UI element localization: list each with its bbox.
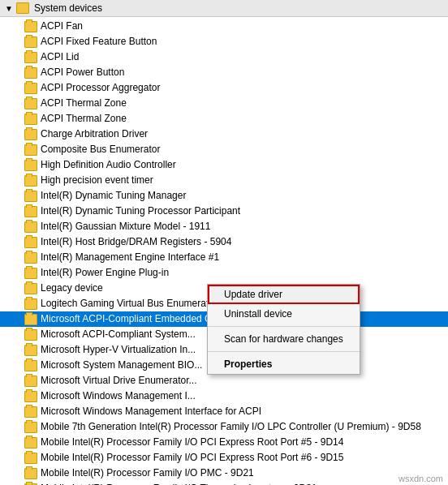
- device-manager-tree: ▼ System devices ACPI FanACPI Fixed Feat…: [0, 0, 448, 485]
- header-expand-icon[interactable]: ▼: [5, 4, 13, 13]
- context-menu-separator: [208, 326, 360, 327]
- device-icon: [24, 406, 37, 418]
- device-label: Intel(R) Dynamic Tuning Manager: [41, 189, 186, 203]
- tree-item[interactable]: High Definition Audio Controller: [0, 157, 448, 173]
- tree-item[interactable]: Microsoft Windows Management I...: [0, 388, 448, 404]
- device-icon: [24, 83, 37, 94]
- device-label: Microsoft System Management BIO...: [41, 358, 202, 372]
- tree-item[interactable]: Composite Bus Enumerator: [0, 142, 448, 157]
- device-label: ACPI Power Button: [41, 66, 124, 79]
- device-icon: [24, 345, 37, 356]
- context-menu-separator: [208, 351, 360, 352]
- header-folder-icon: [16, 2, 29, 14]
- tree-item[interactable]: Mobile Intel(R) Processor Family I/O PMC…: [0, 466, 448, 481]
- device-icon: [24, 206, 37, 217]
- tree-item[interactable]: ACPI Thermal Zone: [0, 111, 448, 127]
- device-icon: [24, 437, 37, 449]
- tree-item[interactable]: Mobile Intel(R) Processor Family I/O PCI…: [0, 435, 448, 450]
- tree-item[interactable]: High precision event timer: [0, 173, 448, 188]
- tree-item[interactable]: Intel(R) Host Bridge/DRAM Registers - 59…: [0, 234, 448, 250]
- device-label: Microsoft ACPI-Compliant System...: [41, 328, 196, 341]
- device-icon: [24, 221, 37, 233]
- device-icon: [24, 21, 37, 32]
- device-icon: [24, 36, 37, 48]
- device-label: ACPI Thermal Zone: [41, 97, 127, 110]
- tree-item[interactable]: Mobile Intel(R) Processor Family I/O The…: [0, 481, 448, 485]
- device-icon: [24, 175, 37, 187]
- tree-item[interactable]: Intel(R) Power Engine Plug-in: [0, 265, 448, 281]
- tree-item[interactable]: Intel(R) Management Engine Interface #1: [0, 250, 448, 265]
- tree-header: ▼ System devices: [0, 0, 448, 17]
- device-label: Intel(R) Host Bridge/DRAM Registers - 59…: [41, 235, 231, 249]
- device-icon: [24, 468, 37, 479]
- device-label: Mobile Intel(R) Processor Family I/O PMC…: [41, 466, 254, 480]
- device-label: Intel(R) Power Engine Plug-in: [41, 266, 169, 280]
- device-label: Microsoft Windows Management Interface f…: [41, 405, 261, 418]
- watermark: wsxdn.com: [398, 474, 443, 483]
- device-label: Mobile Intel(R) Processor Family I/O PCI…: [41, 436, 343, 449]
- device-label: Mobile Intel(R) Processor Family I/O PCI…: [41, 451, 343, 465]
- device-label: ACPI Fan: [41, 19, 83, 33]
- context-menu: Update driverUninstall deviceScan for ha…: [207, 284, 360, 375]
- device-icon: [24, 98, 37, 109]
- device-icon: [24, 391, 37, 402]
- tree-item[interactable]: ACPI Thermal Zone: [0, 96, 448, 111]
- context-menu-item-properties[interactable]: Properties: [208, 354, 360, 374]
- device-label: Intel(R) Gaussian Mixture Model - 1911: [41, 220, 210, 234]
- tree-item[interactable]: ACPI Power Button: [0, 65, 448, 80]
- tree-item[interactable]: ACPI Processor Aggregator: [0, 80, 448, 96]
- context-menu-item-uninstall-device[interactable]: Uninstall device: [208, 304, 360, 324]
- device-icon: [24, 114, 37, 125]
- device-icon: [24, 376, 37, 387]
- device-icon: [24, 67, 37, 79]
- context-menu-item-scan-for-hardware-changes[interactable]: Scan for hardware changes: [208, 329, 360, 349]
- device-label: Mobile Intel(R) Processor Family I/O The…: [41, 482, 317, 485]
- device-icon: [24, 191, 37, 202]
- device-label: Microsoft Hyper-V Virtualization In...: [41, 343, 196, 357]
- device-icon: [24, 422, 37, 433]
- context-menu-item-update-driver[interactable]: Update driver: [208, 285, 360, 304]
- device-icon: [24, 298, 37, 310]
- device-label: Microsoft Windows Management I...: [41, 389, 196, 403]
- tree-item[interactable]: Intel(R) Dynamic Tuning Processor Partic…: [0, 204, 448, 219]
- tree-item[interactable]: ACPI Fixed Feature Button: [0, 34, 448, 49]
- device-label: Intel(R) Dynamic Tuning Processor Partic…: [41, 204, 240, 218]
- device-icon: [24, 283, 37, 294]
- device-icon: [24, 360, 37, 371]
- device-icon: [24, 129, 37, 140]
- device-label: ACPI Fixed Feature Button: [41, 35, 157, 49]
- device-icon: [24, 268, 37, 279]
- device-label: Composite Bus Enumerator: [41, 143, 160, 157]
- device-label: High Definition Audio Controller: [41, 158, 176, 172]
- tree-item[interactable]: Intel(R) Dynamic Tuning Manager: [0, 188, 448, 204]
- device-label: Charge Arbitration Driver: [41, 127, 148, 141]
- header-label: System devices: [34, 2, 102, 14]
- tree-item[interactable]: Microsoft Windows Management Interface f…: [0, 404, 448, 419]
- device-icon: [24, 237, 37, 248]
- tree-item[interactable]: Intel(R) Gaussian Mixture Model - 1911: [0, 219, 448, 234]
- device-label: High precision event timer: [41, 174, 153, 187]
- device-icon: [24, 252, 37, 264]
- tree-item[interactable]: Mobile 7th Generation Intel(R) Processor…: [0, 419, 448, 435]
- device-label: Legacy device: [41, 281, 103, 295]
- tree-item[interactable]: Charge Arbitration Driver: [0, 127, 448, 142]
- device-icon: [24, 314, 37, 325]
- device-icon: [24, 144, 37, 156]
- device-label: Intel(R) Management Engine Interface #1: [41, 251, 219, 264]
- tree-item[interactable]: ACPI Fan: [0, 19, 448, 34]
- device-icon: [24, 453, 37, 464]
- device-label: ACPI Thermal Zone: [41, 112, 127, 126]
- tree-item[interactable]: Microsoft Virtual Drive Enumerator...: [0, 373, 448, 388]
- device-label: ACPI Lid: [41, 50, 79, 64]
- device-icon: [24, 329, 37, 341]
- device-label: Mobile 7th Generation Intel(R) Processor…: [41, 420, 421, 434]
- device-list: ACPI FanACPI Fixed Feature ButtonACPI Li…: [0, 17, 448, 485]
- device-icon: [24, 160, 37, 171]
- device-icon: [24, 52, 37, 63]
- device-label: ACPI Processor Aggregator: [41, 81, 160, 95]
- device-label: Microsoft Virtual Drive Enumerator...: [41, 374, 197, 388]
- tree-item[interactable]: Mobile Intel(R) Processor Family I/O PCI…: [0, 450, 448, 466]
- tree-item[interactable]: ACPI Lid: [0, 49, 448, 65]
- device-label: Logitech Gaming Virtual Bus Enumerator: [41, 297, 218, 311]
